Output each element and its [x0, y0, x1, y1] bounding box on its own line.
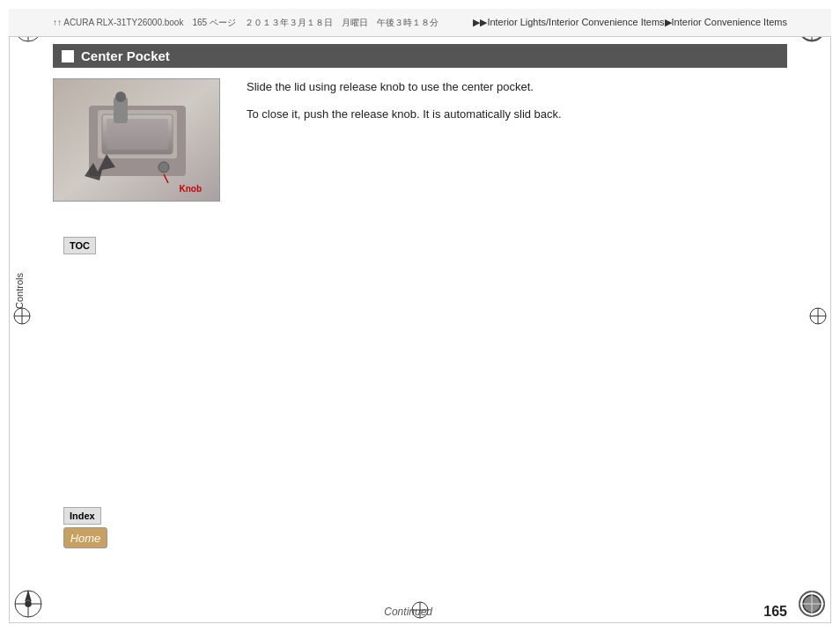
- section-icon: [62, 50, 74, 62]
- knob-label: Knob: [179, 184, 202, 194]
- section-header: Center Pocket: [53, 44, 787, 68]
- svg-point-41: [158, 162, 169, 173]
- compass-bottom-left: [12, 588, 44, 620]
- footer: Continued 165: [53, 604, 787, 620]
- file-info: ↑↑ ACURA RLX-31TY26000.book 165 ページ ２０１３…: [53, 17, 473, 29]
- svg-point-39: [115, 92, 126, 102]
- controls-label: Controls: [14, 273, 25, 309]
- section-title: Center Pocket: [81, 48, 170, 63]
- svg-rect-37: [107, 119, 168, 150]
- paragraph-1: Slide the lid using release knob to use …: [247, 78, 787, 97]
- continued-label: Continued: [384, 606, 432, 618]
- content-area: Knob Slide the lid using release knob to…: [53, 78, 787, 202]
- main-content: Center Pocket: [53, 37, 787, 588]
- breadcrumb: ▶▶Interior Lights/Interior Convenience I…: [473, 17, 787, 28]
- image-container: Knob: [53, 78, 229, 202]
- crosshair-right: [808, 306, 828, 326]
- crosshair-left: [12, 306, 32, 326]
- car-image: Knob: [53, 78, 220, 202]
- paragraph-2: To close it, push the release knob. It i…: [247, 106, 787, 124]
- svg-point-16: [26, 601, 31, 606]
- compass-bottom-right: [796, 588, 828, 620]
- page-number: 165: [763, 604, 787, 620]
- header: ↑↑ ACURA RLX-31TY26000.book 165 ページ ２０１３…: [9, 9, 831, 37]
- text-content: Slide the lid using release knob to use …: [247, 78, 787, 202]
